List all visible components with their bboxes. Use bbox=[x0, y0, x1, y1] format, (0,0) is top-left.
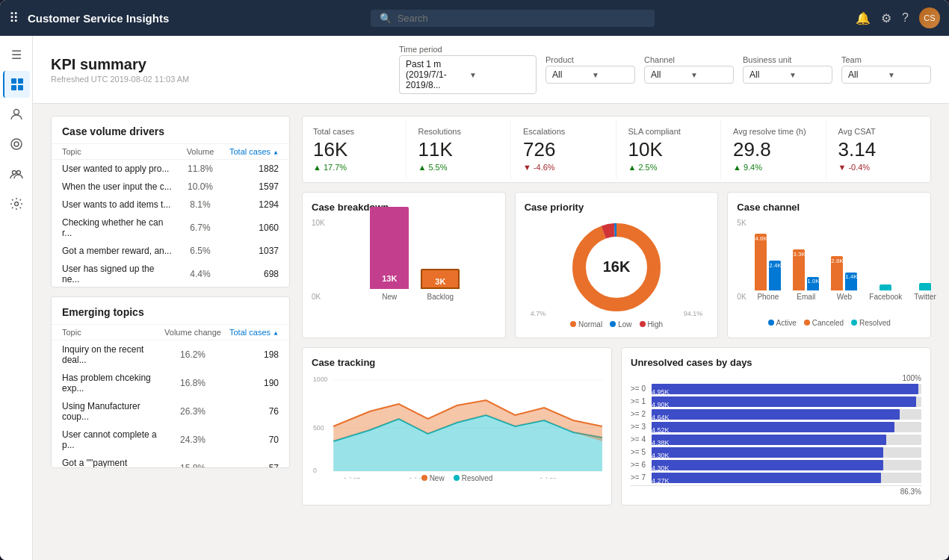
legend-high: High bbox=[640, 320, 664, 329]
search-input[interactable] bbox=[398, 13, 646, 24]
svg-text:500: 500 bbox=[313, 423, 324, 431]
unresolved-day-label: >= 4 bbox=[631, 435, 652, 444]
case-tracking-card: Case tracking 1000 500 0 bbox=[302, 347, 612, 505]
table-row[interactable]: User cannot complete a p... 24.3% 70 bbox=[52, 426, 289, 454]
sidebar-item-settings[interactable] bbox=[3, 190, 30, 217]
kpi-change-value: 17.7% bbox=[324, 163, 347, 172]
svg-point-8 bbox=[16, 171, 20, 175]
kpi-arrow: ▼ bbox=[523, 163, 531, 172]
team-value: All bbox=[848, 69, 885, 80]
table-row[interactable]: User has signed up the ne... 4.4% 698 bbox=[52, 260, 289, 287]
bar-new: 13K New bbox=[370, 207, 409, 301]
search-bar[interactable]: 🔍 bbox=[371, 10, 655, 27]
legend-canceled: Canceled bbox=[804, 319, 844, 327]
unresolved-cases-card: Unresolved cases by days 100% >= 0 4.95K… bbox=[621, 347, 931, 505]
chevron-down-icon: ▼ bbox=[888, 71, 924, 79]
table-row[interactable]: User wants to add items t... 8.1% 1294 bbox=[52, 196, 289, 214]
sidebar-item-users[interactable] bbox=[3, 101, 30, 128]
y-0k: 0K bbox=[737, 293, 752, 301]
emerging-topics-rows[interactable]: Inquiry on the recent deal... 16.2% 198 … bbox=[52, 340, 289, 467]
row-cases: 1037 bbox=[226, 246, 279, 256]
canceled-dot bbox=[804, 320, 810, 326]
sidebar-toggle[interactable]: ☰ bbox=[5, 42, 28, 68]
case-volume-drivers-rows[interactable]: User wanted to apply pro... 11.8% 1882 W… bbox=[52, 160, 289, 287]
table-row[interactable]: When the user input the c... 10.0% 1597 bbox=[52, 178, 289, 196]
kpi-row: Total cases 16K ▲ 17.7% Resolutions 11K … bbox=[302, 116, 931, 183]
filter-time-period: Time period Past 1 m (2019/7/1-2019/8...… bbox=[399, 45, 537, 94]
main-layout: ☰ KPI summary Refreshed UT bbox=[0, 36, 949, 560]
phone-canceled-val: 4.6K bbox=[755, 235, 767, 242]
settings-icon[interactable]: ⚙ bbox=[881, 11, 891, 25]
channel-select[interactable]: All ▼ bbox=[644, 66, 734, 84]
unresolved-day-label: >= 1 bbox=[631, 397, 652, 405]
donut-center: 16K bbox=[603, 258, 631, 276]
svg-rect-2 bbox=[11, 85, 16, 90]
kpi-value: 726 bbox=[523, 139, 605, 161]
app-window: ⠿ Customer Service Insights 🔍 🔔 ⚙ ? CS ☰ bbox=[0, 0, 949, 560]
row-volchange: 15.8% bbox=[159, 463, 226, 467]
table-row[interactable]: Checking whether he can r... 6.7% 1060 bbox=[52, 214, 289, 242]
case-tracking-title: Case tracking bbox=[312, 357, 602, 368]
notification-icon[interactable]: 🔔 bbox=[856, 11, 871, 25]
sidebar-item-team[interactable] bbox=[3, 161, 30, 187]
sidebar-item-insights[interactable] bbox=[3, 131, 30, 158]
team-label: Team bbox=[841, 55, 931, 64]
email-label: Email bbox=[797, 293, 815, 301]
kpi-change: ▼ -0.4% bbox=[838, 163, 921, 172]
channel-legend: Active Canceled Resolved bbox=[737, 319, 921, 327]
table-row[interactable]: Inquiry on the recent deal... 16.2% 198 bbox=[52, 340, 289, 369]
svg-text:Jul 21: Jul 21 bbox=[474, 476, 491, 478]
unresolved-row: >= 5 4.30K bbox=[631, 447, 921, 458]
legend-normal-label: Normal bbox=[578, 320, 602, 329]
case-priority-card: Case priority bbox=[515, 192, 719, 338]
unresolved-bar-wrap: 4.30K bbox=[652, 460, 921, 470]
row-cases: 1060 bbox=[226, 223, 279, 233]
row-volume: 8.1% bbox=[174, 199, 226, 210]
channel-twitter: Twitter bbox=[914, 283, 936, 301]
legend-low: Low bbox=[610, 320, 631, 329]
svg-point-9 bbox=[14, 202, 18, 206]
table-row[interactable]: Got a ""payment failed""... 15.8% 57 bbox=[52, 454, 289, 467]
unresolved-row: >= 3 4.52K bbox=[631, 422, 921, 432]
help-icon[interactable]: ? bbox=[902, 11, 909, 25]
apps-icon[interactable]: ⠿ bbox=[9, 10, 19, 26]
donut-center-value: 16K bbox=[603, 258, 631, 276]
case-breakdown-chart: 10K 0K 13K New bbox=[312, 219, 496, 316]
facebook-bars bbox=[880, 284, 891, 290]
time-period-select[interactable]: Past 1 m (2019/7/1-2019/8... ▼ bbox=[399, 55, 537, 94]
table-row[interactable]: User wanted to apply pro... 11.8% 1882 bbox=[52, 160, 289, 178]
unresolved-bar-wrap: 4.27K bbox=[652, 473, 921, 483]
unresolved-val: 4.30K bbox=[652, 464, 672, 472]
web-label: Web bbox=[837, 293, 852, 301]
sidebar: ☰ bbox=[0, 36, 33, 560]
kpi-change: ▲ 2.5% bbox=[628, 163, 711, 172]
backlog-bar-value: 3K bbox=[422, 277, 458, 286]
email-canceled-bar: 3.3K bbox=[793, 249, 805, 290]
table-row[interactable]: Has problem chceking exp... 16.8% 190 bbox=[52, 369, 289, 397]
kpi-label: Avg CSAT bbox=[838, 127, 921, 136]
priority-legend: Normal Low High bbox=[525, 320, 709, 329]
sidebar-item-dashboard[interactable] bbox=[3, 71, 30, 98]
case-volume-drivers-cols: Topic Volume Total cases ▼ bbox=[52, 144, 289, 160]
channel-facebook: Facebook bbox=[869, 284, 902, 301]
et-col-cases-label: Total cases ▼ bbox=[226, 328, 279, 337]
row-volchange: 26.3% bbox=[159, 406, 226, 417]
unresolved-bar: 4.27K bbox=[652, 473, 881, 483]
row-cases: 1294 bbox=[226, 199, 279, 210]
avatar[interactable]: CS bbox=[919, 7, 940, 28]
kpi-change: ▲ 17.7% bbox=[313, 163, 395, 172]
product-value: All bbox=[552, 69, 589, 80]
product-select[interactable]: All ▼ bbox=[545, 66, 635, 84]
row-topic: Got a ""payment failed""... bbox=[62, 458, 159, 467]
business-unit-select[interactable]: All ▼ bbox=[743, 66, 832, 84]
phone-active-bar: 2.4K bbox=[769, 261, 781, 290]
unresolved-val: 4.27K bbox=[652, 477, 672, 485]
kpi-arrow: ▲ bbox=[418, 163, 427, 172]
svg-rect-0 bbox=[11, 78, 16, 84]
col-volume-label: Volume bbox=[174, 147, 226, 156]
app-title: Customer Service Insights bbox=[28, 12, 169, 25]
team-select[interactable]: All ▼ bbox=[841, 66, 931, 84]
table-row[interactable]: Using Manufacturer coup... 26.3% 76 bbox=[52, 397, 289, 426]
legend-normal: Normal bbox=[570, 320, 602, 329]
table-row[interactable]: Got a member reward, an... 6.5% 1037 bbox=[52, 242, 289, 260]
